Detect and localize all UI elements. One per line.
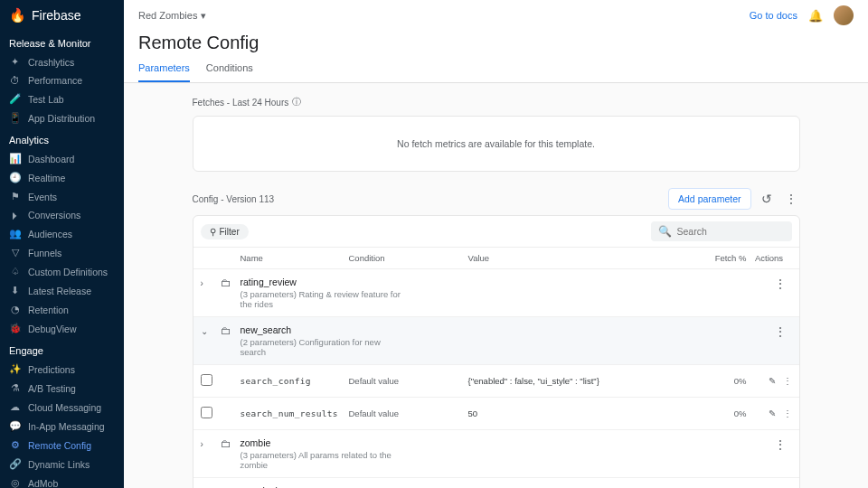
sidebar-section-title: Engage [0,338,124,360]
more-menu-icon[interactable]: ⋮ [782,189,800,209]
page-title: Remote Config [138,33,854,53]
group-desc: (2 parameters) Configuration for new sea… [241,337,403,357]
filter-chip[interactable]: ⚲ Filter [201,224,249,239]
sidebar-item-in-app-messaging[interactable]: 💬In-App Messaging [0,417,124,436]
in-app-messaging-icon: 💬 [9,420,21,432]
info-icon[interactable]: ⓘ [292,96,301,108]
realtime-icon: 🕘 [9,172,21,183]
retention-icon: ◔ [9,304,21,315]
filter-icon: ⚲ [210,227,216,237]
sidebar-item-dynamic-links[interactable]: 🔗Dynamic Links [0,455,124,474]
chevron-down-icon: ▾ [201,10,206,22]
row-more-icon[interactable]: ⋮ [769,277,792,291]
sidebar-item-audiences[interactable]: 👥Audiences [0,224,124,243]
group-row: ⌄🗀new_search(2 parameters) Configuration… [193,317,799,365]
folder-icon: 🗀 [221,437,241,450]
expand-toggle[interactable]: › [201,277,221,288]
config-version-label: Config - Version 113 [193,194,275,204]
param-value: {"enabled" : false, "ui_style" : "list"} [468,376,700,386]
sidebar-item-test-lab[interactable]: 🧪Test Lab [0,89,124,108]
param-name: search_config [241,376,349,386]
expand-toggle[interactable]: › [201,437,221,449]
group-row: ›🗀rating_review(3 parameters) Rating & r… [193,269,799,317]
sidebar-item-events[interactable]: ⚑Events [0,187,124,206]
audiences-icon: 👥 [9,228,21,239]
param-name: search_num_results [241,408,349,418]
sidebar-section-title: Analytics [0,127,124,149]
main: Red Zombies ▾ Go to docs 🔔 Remote Config… [124,0,868,488]
history-icon[interactable]: ↺ [759,189,775,209]
sidebar-item-funnels[interactable]: ▽Funnels [0,243,124,262]
group-desc: (3 parameters) All params related to the… [241,450,403,470]
tab-conditions[interactable]: Conditions [206,62,253,82]
firebase-flame-icon: 🔥 [9,7,26,23]
fetches-label: Fetches - Last 24 Hours ⓘ [193,96,800,108]
sidebar-item-retention[interactable]: ◔Retention [0,300,124,319]
edit-icon[interactable]: ✎ [769,408,776,418]
test-lab-icon: 🧪 [9,93,21,105]
remote-config-icon: ⚙ [9,439,21,451]
group-row: ›🗀zombie(3 parameters) All params relate… [193,430,799,478]
row-more-icon[interactable]: ⋮ [769,437,792,452]
sidebar: 🔥 Firebase Release & Monitor✦Crashlytics… [0,0,124,488]
sidebar-item-app-distribution[interactable]: 📱App Distribution [0,108,124,127]
events-icon: ⚑ [9,191,21,202]
param-fetch: 0% [700,376,747,386]
search-icon: 🔍 [658,225,672,238]
latest-release-icon: ⬇ [9,285,21,296]
row-more-icon[interactable]: ⋮ [783,376,792,386]
custom-definitions-icon: ♤ [9,266,21,277]
tabs: ParametersConditions [124,53,868,83]
group-desc: (3 parameters) Rating & review feature f… [241,289,403,309]
param-fetch: 0% [700,408,747,418]
sidebar-item-debugview[interactable]: 🐞DebugView [0,319,124,338]
dashboard-icon: 📊 [9,153,21,164]
group-row: ›🗀new_login(3 parameters) All params rel… [193,478,799,488]
edit-icon[interactable]: ✎ [769,376,776,386]
param-checkbox[interactable] [201,407,212,418]
sidebar-item-crashlytics[interactable]: ✦Crashlytics [0,52,124,71]
project-selector[interactable]: Red Zombies ▾ [138,10,206,22]
sidebar-item-performance[interactable]: ⏱Performance [0,71,124,89]
sidebar-item-conversions[interactable]: ⏵Conversions [0,206,124,224]
a-b-testing-icon: ⚗ [9,382,21,394]
sidebar-item-predictions[interactable]: ✨Predictions [0,360,124,379]
sidebar-item-dashboard[interactable]: 📊Dashboard [0,149,124,168]
predictions-icon: ✨ [9,363,21,375]
notifications-icon[interactable]: 🔔 [808,9,823,23]
row-more-icon[interactable]: ⋮ [769,324,792,339]
crashlytics-icon: ✦ [9,56,21,68]
sidebar-item-remote-config[interactable]: ⚙Remote Config [0,436,124,455]
dynamic-links-icon: 🔗 [9,458,21,470]
folder-icon: 🗀 [221,324,241,337]
param-checkbox[interactable] [201,374,212,386]
brand-logo[interactable]: 🔥 Firebase [0,0,124,31]
admob-icon: ◎ [9,477,21,488]
add-parameter-button[interactable]: Add parameter [668,188,750,210]
config-table-card: ⚲ Filter 🔍 Name Condition Value [193,215,800,488]
search-box[interactable]: 🔍 [651,221,792,241]
search-input[interactable] [677,226,796,237]
table-header: Name Condition Value Fetch % Actions [193,248,799,269]
sidebar-item-realtime[interactable]: 🕘Realtime [0,168,124,187]
param-row: search_configDefault value{"enabled" : f… [193,365,799,398]
group-name: new_search [241,324,769,335]
sidebar-item-admob[interactable]: ◎AdMob [0,474,124,488]
sidebar-item-a-b-testing[interactable]: ⚗A/B Testing [0,379,124,398]
content-area: ? Fetches - Last 24 Hours ⓘ No fetch met… [124,83,868,488]
expand-toggle[interactable]: ⌄ [201,324,221,336]
sidebar-item-latest-release[interactable]: ⬇Latest Release [0,281,124,300]
fetches-empty-card: No fetch metrics are available for this … [193,116,800,172]
performance-icon: ⏱ [9,75,21,86]
go-to-docs-link[interactable]: Go to docs [750,10,797,21]
cloud-messaging-icon: ☁ [9,401,21,413]
debugview-icon: 🐞 [9,323,21,334]
sidebar-section-title: Release & Monitor [0,31,124,52]
user-avatar[interactable] [834,5,854,25]
sidebar-item-cloud-messaging[interactable]: ☁Cloud Messaging [0,398,124,417]
sidebar-item-custom-definitions[interactable]: ♤Custom Definitions [0,262,124,281]
conversions-icon: ⏵ [9,210,21,221]
row-more-icon[interactable]: ⋮ [783,408,792,418]
param-condition: Default value [349,408,468,418]
tab-parameters[interactable]: Parameters [138,62,190,82]
